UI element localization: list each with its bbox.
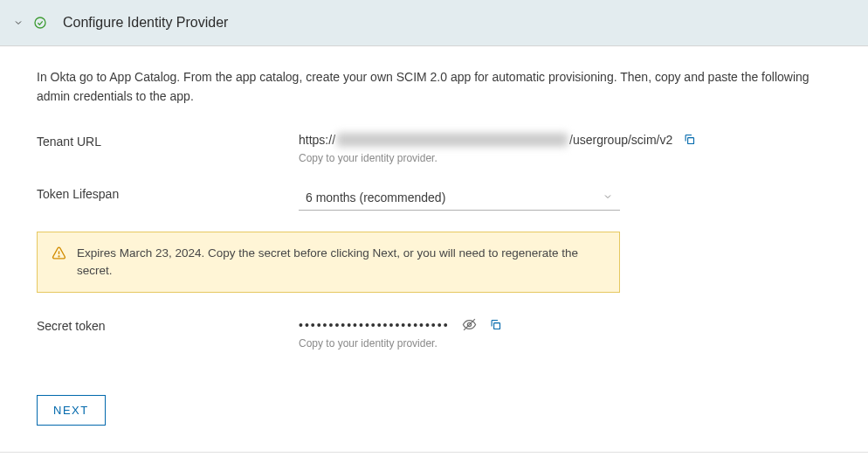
warning-icon (52, 246, 66, 266)
panel-title: Configure Identity Provider (63, 15, 228, 31)
token-lifespan-field: Token Lifespan 6 months (recommended) (37, 185, 831, 211)
secret-token-field: Secret token ••••••••••••••••••••••••• C… (37, 317, 831, 350)
token-lifespan-label: Token Lifespan (37, 185, 299, 201)
redacted-host (337, 133, 568, 147)
panel-content: In Okta go to App Catalog. From the app … (0, 46, 868, 453)
eye-off-icon[interactable] (462, 317, 477, 332)
alert-text: Expires March 23, 2024. Copy the secret … (77, 245, 605, 280)
svg-rect-1 (688, 138, 694, 144)
tenant-url-value: https:///usergroup/scim/v2 (299, 133, 672, 147)
next-button[interactable]: NEXT (37, 395, 106, 426)
svg-rect-6 (493, 323, 499, 329)
secret-token-value: ••••••••••••••••••••••••• (299, 318, 450, 332)
tenant-url-label: Tenant URL (37, 133, 299, 149)
copy-icon[interactable] (489, 318, 502, 331)
svg-point-3 (59, 256, 59, 257)
copy-icon[interactable] (683, 133, 696, 146)
intro-text: In Okta go to App Catalog. From the app … (37, 67, 831, 107)
secret-token-label: Secret token (37, 317, 299, 333)
token-lifespan-select[interactable]: 6 months (recommended) (299, 185, 620, 211)
secret-token-helper: Copy to your identity provider. (299, 337, 831, 350)
tenant-url-field: Tenant URL https:///usergroup/scim/v2 Co… (37, 133, 831, 164)
check-circle-icon (33, 16, 47, 30)
expiry-alert: Expires March 23, 2024. Copy the secret … (37, 232, 620, 294)
chevron-down-icon[interactable] (12, 17, 24, 29)
svg-point-0 (35, 17, 45, 28)
panel-header: Configure Identity Provider (0, 0, 868, 46)
tenant-url-helper: Copy to your identity provider. (299, 152, 831, 164)
